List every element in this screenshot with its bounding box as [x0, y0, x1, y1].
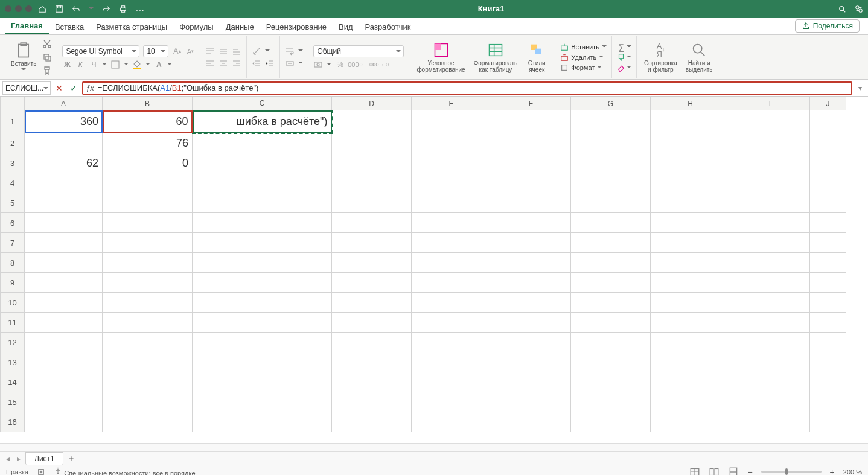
- cell-G9[interactable]: [571, 273, 651, 293]
- cell-J13[interactable]: [810, 352, 846, 372]
- cell-I12[interactable]: [730, 333, 810, 352]
- orientation-icon[interactable]: [252, 46, 261, 56]
- col-header-G[interactable]: G: [571, 97, 651, 110]
- cell-I3[interactable]: [730, 153, 810, 173]
- cell-J15[interactable]: [810, 392, 846, 412]
- expand-formula-bar[interactable]: ▾: [855, 84, 866, 92]
- cell-G7[interactable]: [571, 233, 651, 253]
- cell-B9[interactable]: [103, 273, 193, 293]
- grid[interactable]: A B C D E F G H I J 136060шибка в расчёт…: [0, 97, 868, 443]
- cell-D12[interactable]: [332, 333, 412, 352]
- cell-E11[interactable]: [412, 313, 491, 333]
- cell-I4[interactable]: [730, 173, 810, 193]
- cell-A5[interactable]: [25, 193, 103, 213]
- cell-J5[interactable]: [810, 193, 846, 213]
- row-header-5[interactable]: 5: [1, 193, 25, 213]
- cell-E15[interactable]: [412, 392, 491, 412]
- undo-icon[interactable]: [72, 5, 80, 13]
- cell-J1[interactable]: [810, 110, 846, 133]
- cell-D16[interactable]: [332, 412, 412, 432]
- cell-J7[interactable]: [810, 233, 846, 253]
- cell-C10[interactable]: [193, 293, 332, 313]
- cell-F13[interactable]: [491, 352, 571, 372]
- zoom-in[interactable]: +: [830, 467, 835, 476]
- cell-B16[interactable]: [103, 412, 193, 432]
- tab-review[interactable]: Рецензирование: [260, 19, 333, 34]
- cell-E9[interactable]: [412, 273, 491, 293]
- cell-F2[interactable]: [491, 133, 571, 153]
- cell-E6[interactable]: [412, 213, 491, 233]
- cell-A13[interactable]: [25, 352, 103, 372]
- italic-icon[interactable]: К: [75, 60, 85, 69]
- cell-E13[interactable]: [412, 352, 491, 372]
- cell-D11[interactable]: [332, 313, 412, 333]
- row-header-1[interactable]: 1: [1, 110, 25, 133]
- cell-J2[interactable]: [810, 133, 846, 153]
- cell-F4[interactable]: [491, 173, 571, 193]
- cell-F11[interactable]: [491, 313, 571, 333]
- cell-B3[interactable]: 0: [103, 153, 193, 173]
- cell-G11[interactable]: [571, 313, 651, 333]
- status-a11y[interactable]: Специальные возможности: все в порядке: [54, 467, 195, 476]
- cell-C8[interactable]: [193, 253, 332, 273]
- cell-I7[interactable]: [730, 233, 810, 253]
- view-layout-icon[interactable]: [709, 467, 720, 476]
- cell-D9[interactable]: [332, 273, 412, 293]
- row-header-3[interactable]: 3: [1, 153, 25, 173]
- cell-F1[interactable]: [491, 110, 571, 133]
- cell-H2[interactable]: [651, 133, 730, 153]
- cell-F10[interactable]: [491, 293, 571, 313]
- col-header-J[interactable]: J: [810, 97, 846, 110]
- cell-G6[interactable]: [571, 213, 651, 233]
- share-button[interactable]: Поделиться: [795, 19, 860, 33]
- cell-A16[interactable]: [25, 412, 103, 432]
- cell-B14[interactable]: [103, 372, 193, 392]
- find-select-button[interactable]: Найти ивыделить: [683, 40, 715, 74]
- cell-C3[interactable]: [193, 153, 332, 173]
- cell-D4[interactable]: [332, 173, 412, 193]
- decrease-indent-icon[interactable]: [252, 59, 261, 68]
- col-header-B[interactable]: B: [103, 97, 193, 110]
- cell-F12[interactable]: [491, 333, 571, 352]
- cell-I14[interactable]: [730, 372, 810, 392]
- tab-home[interactable]: Главная: [5, 18, 49, 34]
- cell-H4[interactable]: [651, 173, 730, 193]
- undo-dropdown[interactable]: [89, 7, 94, 11]
- cell-D7[interactable]: [332, 233, 412, 253]
- cell-I11[interactable]: [730, 313, 810, 333]
- tab-developer[interactable]: Разработчик: [359, 19, 417, 34]
- cell-D14[interactable]: [332, 372, 412, 392]
- fill-button[interactable]: [617, 53, 631, 62]
- row-header-7[interactable]: 7: [1, 233, 25, 253]
- cell-A2[interactable]: [25, 133, 103, 153]
- cell-B5[interactable]: [103, 193, 193, 213]
- cell-C6[interactable]: [193, 213, 332, 233]
- cell-C7[interactable]: [193, 233, 332, 253]
- row-header-14[interactable]: 14: [1, 372, 25, 392]
- cell-G5[interactable]: [571, 193, 651, 213]
- cell-D13[interactable]: [332, 352, 412, 372]
- row-header-11[interactable]: 11: [1, 313, 25, 333]
- tab-insert[interactable]: Вставка: [49, 19, 90, 34]
- cell-E7[interactable]: [412, 233, 491, 253]
- cell-A4[interactable]: [25, 173, 103, 193]
- cell-C14[interactable]: [193, 372, 332, 392]
- cell-E1[interactable]: [412, 110, 491, 133]
- zoom-out[interactable]: −: [747, 467, 752, 476]
- cell-A9[interactable]: [25, 273, 103, 293]
- format-painter-icon[interactable]: [42, 66, 52, 75]
- cell-F8[interactable]: [491, 253, 571, 273]
- cell-styles-button[interactable]: Стилиячеек: [523, 40, 550, 74]
- cell-D2[interactable]: [332, 133, 412, 153]
- row-header-10[interactable]: 10: [1, 293, 25, 313]
- cell-J4[interactable]: [810, 173, 846, 193]
- cell-I13[interactable]: [730, 352, 810, 372]
- percent-icon[interactable]: %: [335, 60, 345, 69]
- cell-G14[interactable]: [571, 372, 651, 392]
- cell-H15[interactable]: [651, 392, 730, 412]
- cell-F16[interactable]: [491, 412, 571, 432]
- cell-D10[interactable]: [332, 293, 412, 313]
- cell-E10[interactable]: [412, 293, 491, 313]
- account-icon[interactable]: [855, 5, 863, 13]
- cell-C16[interactable]: [193, 412, 332, 432]
